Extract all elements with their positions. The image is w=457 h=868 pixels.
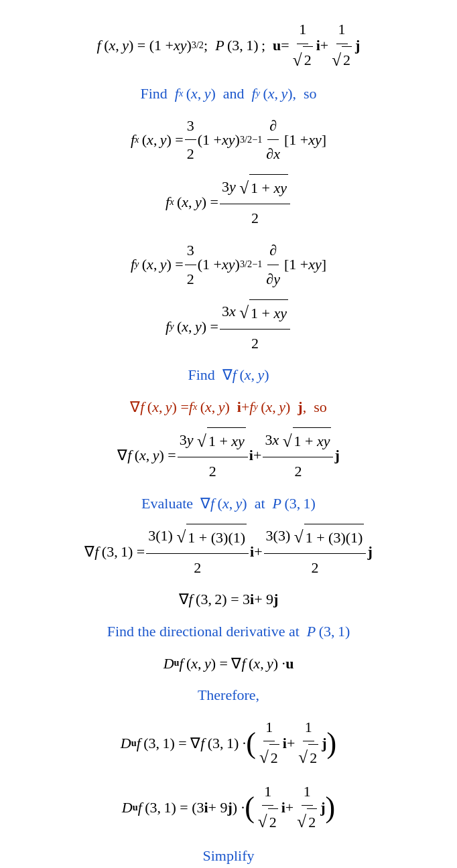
line6: fy (x, y) = 3x √1 + xy 2 (166, 297, 291, 356)
line11: ∇f (3, 1) = 3(1) √1 + (3)(1) 2 i + 3(3) … (84, 522, 372, 581)
line17: Duf (3, 1) = (3i + 9j) · ( 1 √2 i + 1 √2… (122, 778, 335, 837)
line16: Duf (3, 1) = ∇f (3, 1) · ( 1 √2 i + 1 √2… (121, 714, 336, 773)
line4: fx (x, y) = 3y √1 + xy 2 (166, 173, 291, 232)
line15: Therefore, (198, 682, 259, 709)
math-content: f (x, y) = (1 + xy)3/2; P (3, 1) ; u = 1… (7, 13, 450, 868)
line9: ∇f (x, y) = 3y √1 + xy 2 i + 3x √1 + xy … (117, 426, 340, 485)
line14: Duf (x, y) = ∇f (x, y) · u (164, 650, 294, 677)
line8: ∇f (x, y) = fx (x, y) i + fy (x, y) j, s… (130, 394, 326, 421)
line18: Simplify (202, 843, 254, 868)
line3: fx (x, y) = 3 2 (1 + xy)3/2−1 ∂ ∂x [1 + … (131, 113, 326, 167)
line7: Find ∇f (x, y) (188, 362, 269, 388)
line2: Find fx (x, y) and fy (x, y), so (140, 80, 316, 107)
line10: Evaluate ∇f (x, y) at P (3, 1) (141, 490, 316, 517)
line12: ∇f (3, 2) = 3i + 9j (179, 586, 279, 613)
line1: f (x, y) = (1 + xy)3/2; P (3, 1) ; u = 1… (97, 16, 361, 75)
line13: Find the directional derivative at P (3,… (107, 618, 350, 645)
line5: fy (x, y) = 3 2 (1 + xy)3/2−1 ∂ ∂y [1 + … (131, 237, 326, 292)
